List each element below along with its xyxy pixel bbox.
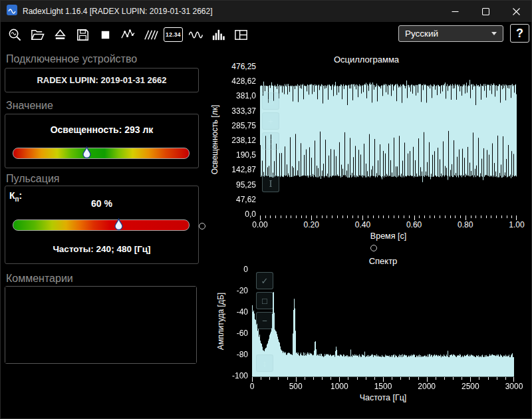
maximize-button[interactable]	[470, 1, 501, 22]
spectrum-ytick-label: -40	[215, 307, 248, 317]
oscillogram-ytick-label: 142,87	[213, 165, 256, 174]
help-button[interactable]: ?	[510, 24, 529, 43]
oscillogram-ytick-label: 0,0	[213, 210, 256, 219]
pulsation-marker-icon	[114, 218, 123, 230]
app-logo-icon	[7, 5, 17, 18]
oscillogram-x-axis-label: Время [с]	[370, 231, 406, 241]
hatch-pattern-icon-button[interactable]	[140, 25, 161, 45]
oscillogram-xtick-label: 1.00	[497, 220, 532, 229]
minimize-button[interactable]	[440, 1, 470, 22]
ghost-pan-icon: ↕	[256, 354, 273, 372]
spectrum-plot[interactable]	[252, 270, 514, 383]
oscillogram-xtick-label: 0.40	[342, 220, 382, 229]
oscillogram-ytick-label: 95,25	[213, 180, 256, 190]
comments-section-title: Комментарии	[6, 273, 73, 285]
oscillogram-xtick-label: 0.00	[240, 220, 280, 229]
stop-record-icon-button[interactable]	[95, 25, 116, 45]
illuminance-scale-bar	[13, 148, 190, 159]
splitter-handle-charts[interactable]	[370, 245, 377, 251]
kp-value: 60 %	[5, 198, 199, 209]
oscillogram-ytick-label: 47,62	[213, 195, 256, 204]
frequencies-text: Частоты: 240; 480 [Гц]	[5, 244, 199, 254]
spectrum-xtick-label: 3000	[494, 382, 532, 391]
oscillogram-ytick-label: 381,0	[213, 91, 256, 100]
oscillogram-ytick-label: 333,37	[213, 106, 256, 116]
numeric-display-icon-button[interactable]: 12.34	[163, 25, 184, 45]
close-button[interactable]	[501, 1, 531, 22]
language-select-value: Русский	[405, 29, 438, 39]
oscillogram-xtick-label: 0.60	[394, 220, 434, 229]
ghost-grid-icon: □	[262, 132, 279, 150]
oscillogram-title: Осциллограмма	[334, 55, 399, 65]
spectrum-xtick-label: 2500	[450, 382, 490, 391]
ghost-select-icon: □	[262, 92, 279, 110]
numeric-display-icon: 12.34	[164, 27, 183, 42]
zoom-search-icon-button[interactable]	[5, 25, 25, 45]
value-box	[5, 114, 199, 168]
window-controls	[440, 1, 531, 22]
oscillogram-ytick-label: 285,75	[213, 121, 256, 130]
measurement-curve-icon-button[interactable]	[118, 25, 138, 45]
ghost-apply-icon: ✓	[256, 272, 273, 289]
spectrum-ytick-label: -80	[215, 350, 248, 359]
comments-input[interactable]	[5, 287, 196, 363]
splitter-handle-left[interactable]	[199, 223, 205, 229]
spectrum-view-icon-button[interactable]	[208, 25, 229, 45]
comments-box	[5, 286, 197, 364]
panel-layout-icon-button[interactable]	[231, 25, 251, 45]
save-file-icon-button[interactable]	[72, 25, 93, 45]
spectrum-y-axis-label: Амплитуда [дБ]	[216, 255, 225, 388]
spectrum-x-axis-label: Частота [Гц]	[360, 393, 407, 402]
oscillogram-xtick-label: 0.20	[291, 220, 331, 229]
application-window: RadexLight 1.16.4 [RADEX LUPIN: 2019-01-…	[0, 0, 532, 419]
oscillogram-plot[interactable]	[260, 67, 517, 220]
spectrum-ytick-label: -20	[215, 286, 248, 295]
spectrum-title: Спектр	[369, 256, 398, 266]
oscillogram-ytick-label: 190,5	[213, 150, 256, 160]
ghost-zoom-in-icon: +	[262, 112, 279, 130]
ghost-zoom-out-icon: −	[256, 312, 273, 329]
spectrum-xtick-label: 0	[232, 382, 272, 391]
device-box: RADEX LUPIN: 2019-01-31 2662	[5, 68, 199, 92]
ghost-select-icon: □	[256, 292, 273, 309]
window-title: RadexLight 1.16.4 [RADEX LUPIN: 2019-01-…	[23, 7, 213, 16]
value-section-title: Значение	[6, 100, 53, 112]
oscillogram-ytick-label: 238,12	[213, 136, 256, 145]
spectrum-xtick-label: 2000	[407, 382, 447, 391]
spectrum-xtick-label: 1500	[363, 382, 403, 391]
device-name: RADEX LUPIN: 2019-01-31 2662	[5, 69, 198, 92]
oscillogram-ytick-label: 428,62	[213, 76, 256, 86]
spectrum-ytick-label: -100	[215, 371, 248, 380]
pulsation-section-title: Пульсация	[6, 173, 59, 185]
ghost-cursor-icon: I	[262, 175, 279, 192]
spectrum-ytick-label: 0	[215, 265, 248, 274]
oscillogram-xtick-label: 0.80	[446, 220, 485, 229]
spectrum-ytick-label: -60	[215, 329, 248, 338]
eject-device-icon-button[interactable]	[50, 25, 70, 45]
spectrum-xtick-label: 1000	[319, 382, 359, 391]
illuminance-marker-icon	[82, 146, 91, 158]
connected-device-section-title: Подключенное устройство	[6, 53, 137, 65]
oscillogram-ytick-label: 476,25	[213, 62, 256, 71]
oscillogram-view-icon-button[interactable]	[186, 25, 206, 45]
illuminance-reading: Освещенность: 293 лк	[5, 124, 199, 135]
chevron-down-icon	[491, 32, 497, 35]
spectrum-xtick-label: 500	[276, 382, 316, 391]
language-select[interactable]: Русский	[398, 25, 503, 42]
pulsation-scale-bar	[13, 219, 190, 231]
titlebar: RadexLight 1.16.4 [RADEX LUPIN: 2019-01-…	[1, 1, 531, 22]
open-file-icon-button[interactable]	[27, 25, 48, 45]
